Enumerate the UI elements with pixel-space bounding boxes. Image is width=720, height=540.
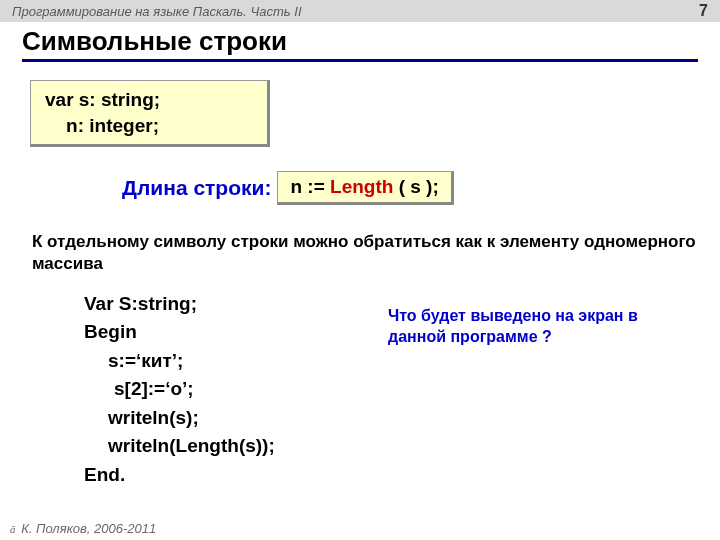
code-line-4: s[2]:=‘о’;	[84, 375, 698, 404]
length-expression-box: n := Length ( s );	[277, 171, 453, 205]
code-line-5: writeln(s);	[84, 404, 698, 433]
code-line-7: End.	[84, 461, 698, 490]
footer: ã К. Поляков, 2006-2011	[10, 521, 156, 536]
header-title: Программирование на языке Паскаль. Часть…	[12, 4, 302, 19]
header-bar: Программирование на языке Паскаль. Часть…	[0, 0, 720, 22]
length-prefix: n :=	[290, 176, 330, 197]
question-text: Что будет выведено на экран в данной про…	[388, 306, 688, 348]
code-line-3: s:=‘кит’;	[84, 347, 698, 376]
var-line-2: n: integer;	[45, 113, 253, 139]
var-line-1: var s: string;	[45, 87, 253, 113]
title-underline	[22, 59, 698, 62]
length-keyword: Length	[330, 176, 393, 197]
slide-content: Символьные строки var s: string; n: inte…	[0, 22, 720, 489]
code-line-6: writeln(Length(s));	[84, 432, 698, 461]
slide-title: Символьные строки	[22, 26, 698, 57]
copyright-icon: ã	[10, 523, 16, 535]
length-row: Длина строки: n := Length ( s );	[122, 171, 698, 205]
var-declaration-box: var s: string; n: integer;	[30, 80, 270, 147]
footer-text: К. Поляков, 2006-2011	[21, 521, 156, 536]
page-number: 7	[699, 2, 708, 20]
length-label: Длина строки:	[122, 176, 271, 200]
length-suffix: ( s );	[393, 176, 438, 197]
description-paragraph: К отдельному символу строки можно обрати…	[32, 231, 698, 274]
